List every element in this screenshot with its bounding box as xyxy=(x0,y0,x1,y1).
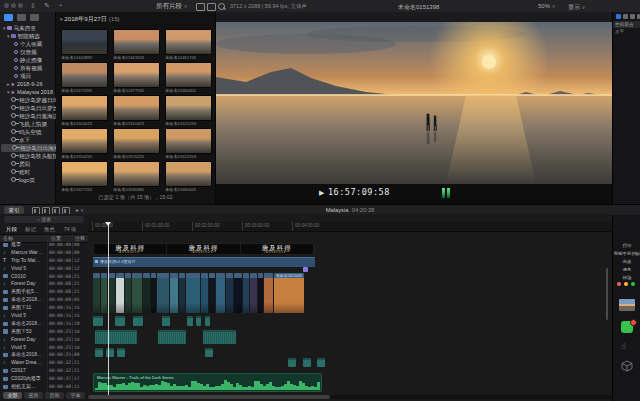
audio-inspector-icon[interactable] xyxy=(623,14,628,19)
index-row[interactable]: ♪Vivid 500:00:23:14 xyxy=(0,344,88,352)
video-inspector-icon[interactable] xyxy=(616,14,621,19)
background-tasks-icon[interactable]: ◔ xyxy=(58,2,62,10)
connected-clip-small[interactable] xyxy=(303,358,311,367)
index-row[interactable]: 相机支架…00:00:40:11 xyxy=(0,383,88,391)
index-row[interactable]: TTrip To Mal…00:00:00:12 xyxy=(0,257,88,265)
viewer-view-dropdown[interactable]: 显示 ∨ xyxy=(568,3,585,12)
playhead-handle[interactable] xyxy=(105,222,111,226)
storyline-clip[interactable] xyxy=(209,273,215,313)
connected-clip[interactable] xyxy=(115,316,125,326)
storyline-clip[interactable] xyxy=(116,273,124,313)
clip-thumbnail[interactable] xyxy=(113,128,160,154)
titles-generators-tab-icon[interactable] xyxy=(30,14,39,21)
import-media-icon[interactable]: ⇩ xyxy=(30,2,36,10)
project-title[interactable]: Malaysia 04:20:28 xyxy=(88,207,612,213)
clip-thumbnail[interactable] xyxy=(165,95,212,121)
index-row[interactable]: ♪Marcus War…00:00:00:00 xyxy=(0,249,88,257)
viewer-zoom-dropdown[interactable]: 50% ∨ xyxy=(538,3,555,9)
storyline-clip[interactable] xyxy=(216,273,225,313)
timeline-index-button[interactable]: 索引 xyxy=(4,206,24,214)
index-tab-0[interactable]: 片段 xyxy=(6,226,17,233)
connected-clip-small[interactable] xyxy=(205,348,213,357)
clip-thumbnail[interactable] xyxy=(165,161,212,187)
clip-thumbnail[interactable] xyxy=(165,62,212,88)
box-icon[interactable] xyxy=(621,360,633,372)
connected-clip[interactable] xyxy=(205,316,210,326)
hand-cursor-icon[interactable]: ☝ xyxy=(621,342,626,351)
index-row[interactable]: C001700:00:32:21 xyxy=(0,367,88,375)
storyline-clip[interactable] xyxy=(179,273,185,313)
clip-thumbnail[interactable] xyxy=(165,128,212,154)
photos-audio-tab-icon[interactable] xyxy=(17,14,26,21)
clip-filter-dropdown[interactable]: 所有片段 ∨ xyxy=(156,2,187,11)
clip-appearance-icon[interactable] xyxy=(196,3,205,11)
storyline-clip[interactable] xyxy=(108,273,115,313)
clip-thumbnail[interactable] xyxy=(113,95,160,121)
libraries-tab-icon[interactable] xyxy=(4,14,13,21)
desktop-file-label[interactable]: 调色 xyxy=(613,267,640,272)
clip-thumbnail[interactable] xyxy=(61,161,108,187)
storyline-clip[interactable] xyxy=(151,273,156,313)
connected-clip[interactable] xyxy=(93,316,103,326)
index-row[interactable]: 未命名2018…00:00:15:19 xyxy=(0,320,88,328)
index-row[interactable]: 美图下1100:00:15:15 xyxy=(0,304,88,312)
clip-thumbnail[interactable] xyxy=(113,62,160,88)
index-row[interactable]: 未命名2018…00:00:09:05 xyxy=(0,296,88,304)
desktop-file-label[interactable]: 光效 xyxy=(613,259,640,264)
storyline-clip[interactable] xyxy=(201,273,208,313)
index-tab-2[interactable]: 角色 xyxy=(44,226,55,233)
index-row[interactable]: ♪Vivid 500:00:15:15 xyxy=(0,312,88,320)
clip-thumbnail[interactable] xyxy=(113,161,160,187)
chapter-marker[interactable] xyxy=(303,267,308,272)
index-row[interactable]: C001000:00:08:21 xyxy=(0,273,88,281)
connected-clip-small[interactable] xyxy=(95,348,103,357)
subtitle-clip-bar[interactable]: 唐及科得v1.0宣传片 xyxy=(93,257,315,267)
storyline-clip[interactable] xyxy=(157,273,169,313)
storyline-clip[interactable] xyxy=(258,273,263,313)
desktop-file-label[interactable]: 转场 xyxy=(613,275,640,280)
timeline-hscrollbar-thumb[interactable] xyxy=(88,395,330,399)
timeline-canvas[interactable]: 00:00:0000:01:00:0000:02:00:0000:03:00:0… xyxy=(88,214,612,401)
audio-meter-left[interactable] xyxy=(442,188,445,198)
storyline-clip[interactable] xyxy=(234,273,242,313)
playhead[interactable] xyxy=(108,222,109,399)
photo-file-icon[interactable] xyxy=(619,299,635,311)
clip-thumbnail[interactable] xyxy=(113,29,160,55)
index-row[interactable]: ♪Water Drea…00:00:32:21 xyxy=(0,359,88,367)
storyline-clip[interactable] xyxy=(101,273,107,313)
storyline-clip[interactable] xyxy=(170,273,178,313)
storyline-clip[interactable] xyxy=(93,273,100,313)
connected-clip[interactable] xyxy=(133,316,143,326)
clip-thumbnail[interactable] xyxy=(165,29,212,55)
timeline-ruler[interactable]: 00:00:0000:01:00:0000:02:00:0000:03:00:0… xyxy=(88,222,612,232)
info-inspector-icon[interactable] xyxy=(630,14,635,19)
sidebar-item-event-collapsed[interactable]: ▸★2018-9-26 xyxy=(0,80,62,88)
storyline-clip[interactable] xyxy=(186,273,200,313)
connected-clip[interactable] xyxy=(196,316,201,326)
clip-thumbnail[interactable] xyxy=(61,29,108,55)
storyline-clip[interactable] xyxy=(226,273,233,313)
connected-clip[interactable] xyxy=(187,316,193,326)
connected-clip[interactable] xyxy=(162,316,170,326)
zoom-window-icon[interactable] xyxy=(18,3,23,8)
connected-audio-clip[interactable] xyxy=(158,330,186,344)
inspector-row-spatial-conform[interactable]: 空间符合 xyxy=(613,21,640,28)
search-icon[interactable] xyxy=(218,3,225,10)
sidebar-item-library[interactable]: ▾马来西亚 xyxy=(0,24,58,32)
clip-thumbnail[interactable] xyxy=(61,128,108,154)
music-clip[interactable]: Marcus Warner - Trails of the Dark Serie… xyxy=(93,373,322,392)
index-row[interactable]: C0020内遮罩00:00:37:17 xyxy=(0,375,88,383)
connected-audio-clip[interactable] xyxy=(203,330,236,344)
index-filter-0[interactable]: 全部 xyxy=(3,392,22,399)
browser-settings-icon[interactable] xyxy=(207,3,216,11)
clip-group-header[interactable]: ▾ 2018年9月27日 (15) xyxy=(60,15,120,24)
timeline-vertical-scrollbar[interactable] xyxy=(606,268,608,320)
sidebar-item-smart-collections[interactable]: ▾智能精选 xyxy=(0,32,62,40)
audio-meter-right[interactable] xyxy=(447,188,450,198)
connected-audio-clip[interactable] xyxy=(95,330,137,344)
desktop-file-label[interactable]: 智能手机拍摄 xyxy=(613,251,640,256)
storyline-clip[interactable] xyxy=(125,273,131,313)
title-clip-track[interactable]: 唐及科得TANG&KEDE™唐及科得TANG&KEDE™唐及科得TANG&KED… xyxy=(93,243,315,255)
close-window-icon[interactable] xyxy=(4,3,9,8)
index-row[interactable]: ♪Forest Day00:00:08:21 xyxy=(0,280,88,288)
